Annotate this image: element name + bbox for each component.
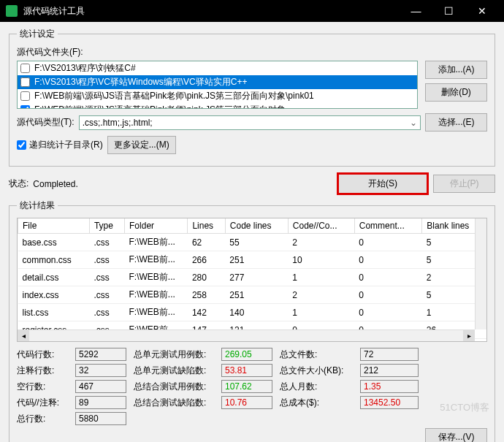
stop-button: 停止(P)	[433, 175, 495, 193]
stat-label: 空行数:	[17, 381, 68, 393]
table-row[interactable]: base.css.cssF:\WEB前...6255205	[18, 234, 486, 251]
settings-group: 统计设定 源代码文件夹(F): F:\VS2013\程序\刘铁猛C#F:\VS2…	[9, 28, 495, 167]
save-button[interactable]: 保存...(V)	[425, 428, 487, 442]
list-item[interactable]: F:\VS2013\程序\刘铁猛C#	[18, 61, 417, 75]
stat-value: 5292	[75, 348, 126, 361]
close-button[interactable]: ✕	[465, 5, 498, 17]
results-table[interactable]: FileTypeFolderLinesCode linesCode//Co...…	[18, 218, 486, 342]
table-row[interactable]: common.css.cssF:\WEB前...2662511005	[18, 251, 486, 269]
stat-label: 代码//注释:	[17, 397, 68, 409]
status-label: 状态:	[9, 178, 28, 190]
folder-checkbox[interactable]	[20, 91, 30, 101]
types-input[interactable]: .css;.htm;.js;.html; ⌄	[79, 115, 421, 130]
add-button[interactable]: 添加...(A)	[425, 61, 487, 79]
table-row[interactable]: list.css.cssF:\WEB前...142140101	[18, 304, 486, 321]
results-legend: 统计结果	[17, 199, 58, 212]
folder-path: F:\VS2013\程序\VC驿站Windows编程\VC驿站实用C++	[34, 76, 247, 88]
scroll-left-icon[interactable]: ◂	[18, 330, 29, 341]
stat-label: 总文件数:	[280, 348, 353, 361]
folder-list[interactable]: F:\VS2013\程序\刘铁猛C#F:\VS2013\程序\VC驿站Windo…	[17, 61, 418, 109]
minimize-button[interactable]: —	[400, 5, 432, 17]
stats-grid: 代码行数:5292总单元测试用例数:269.05总文件数:72注释行数:32总单…	[17, 348, 487, 425]
types-label: 源代码类型(T):	[17, 116, 75, 129]
column-header[interactable]: Code//Co...	[288, 218, 354, 234]
stat-label: 总单元测试用例数:	[134, 348, 214, 361]
column-header[interactable]: File	[18, 218, 90, 234]
recurse-checkbox-label[interactable]: 递归统计子目录(R)	[17, 139, 103, 151]
app-icon	[6, 5, 18, 17]
stat-value: 212	[360, 364, 419, 377]
results-table-wrap: ▴ FileTypeFolderLinesCode linesCode//Co.…	[17, 218, 487, 342]
stat-value: 10.76	[221, 396, 272, 409]
titlebar: 源代码统计工具 — ☐ ✕	[0, 0, 504, 22]
start-button[interactable]: 开始(S)	[337, 172, 429, 195]
table-row[interactable]: detail.css.cssF:\WEB前...280277102	[18, 269, 486, 286]
settings-legend: 统计设定	[17, 28, 58, 40]
folder-checkbox[interactable]	[20, 105, 30, 109]
hscrollbar[interactable]: ◂ ▸	[18, 329, 475, 341]
watermark: 51CTO博客	[440, 401, 489, 414]
stat-value: 1.35	[360, 380, 419, 393]
folder-path: F:\VS2013\程序\刘铁猛C#	[34, 62, 136, 75]
folder-path: F:\WEB前端\源码\JS语言基础Pink老师\pink.JS第三部分面向对象	[34, 104, 286, 109]
recurse-checkbox[interactable]	[17, 140, 26, 150]
folder-checkbox[interactable]	[20, 64, 30, 73]
column-header[interactable]: Code lines	[225, 218, 288, 234]
stat-label: 总人月数:	[280, 381, 353, 393]
stat-value: 53.81	[221, 364, 272, 377]
column-header[interactable]: Comment...	[354, 218, 422, 234]
stat-label: 总结合测试缺陷数:	[134, 397, 214, 409]
types-value: .css;.htm;.js;.html;	[83, 118, 410, 128]
delete-button[interactable]: 删除(D)	[425, 83, 487, 102]
column-header[interactable]: Type	[89, 218, 124, 234]
stat-value: 107.62	[221, 380, 272, 393]
stat-value: 269.05	[221, 348, 272, 361]
list-item[interactable]: F:\WEB前端\源码\JS语言基础Pink老师\pink.JS第三部分面向对象…	[18, 89, 417, 103]
stat-value: 72	[360, 348, 419, 361]
list-item[interactable]: F:\VS2013\程序\VC驿站Windows编程\VC驿站实用C++	[18, 75, 417, 89]
stat-label: 总文件大小(KB):	[280, 365, 353, 377]
stat-value: 13452.50	[360, 396, 419, 409]
folder-path: F:\WEB前端\源码\JS语言基础Pink老师\pink.JS第三部分面向对象…	[34, 90, 314, 102]
stat-label: 注释行数:	[17, 365, 68, 377]
list-item[interactable]: F:\WEB前端\源码\JS语言基础Pink老师\pink.JS第三部分面向对象	[18, 103, 417, 109]
column-header[interactable]: Lines	[188, 218, 225, 234]
stat-label: 总结合测试用例数:	[134, 381, 214, 393]
stat-label: 总成本($):	[280, 397, 353, 409]
maximize-button[interactable]: ☐	[432, 5, 465, 17]
stat-label: 代码行数:	[17, 348, 68, 361]
scroll-right-icon[interactable]: ▸	[463, 330, 475, 341]
stat-value: 32	[75, 364, 126, 377]
select-types-button[interactable]: 选择...(E)	[425, 113, 487, 132]
column-header[interactable]: Folder	[125, 218, 188, 234]
table-row[interactable]: index.css.cssF:\WEB前...258251205	[18, 286, 486, 304]
window-title: 源代码统计工具	[23, 5, 400, 18]
stat-value: 467	[75, 380, 126, 393]
folder-checkbox[interactable]	[20, 77, 30, 87]
stat-value: 89	[75, 396, 126, 409]
results-group: 统计结果 ▴ FileTypeFolderLinesCode linesCode…	[9, 199, 495, 442]
more-settings-button[interactable]: 更多设定...(M)	[107, 136, 176, 154]
stat-label: 总行数:	[17, 413, 68, 425]
stat-label: 总单元测试缺陷数:	[134, 365, 214, 377]
status-value: Completed.	[33, 179, 77, 189]
vscrollbar[interactable]	[475, 218, 486, 329]
folders-label: 源代码文件夹(F):	[17, 46, 487, 58]
dropdown-icon[interactable]: ⌄	[410, 118, 417, 128]
stat-value: 5880	[75, 412, 126, 425]
